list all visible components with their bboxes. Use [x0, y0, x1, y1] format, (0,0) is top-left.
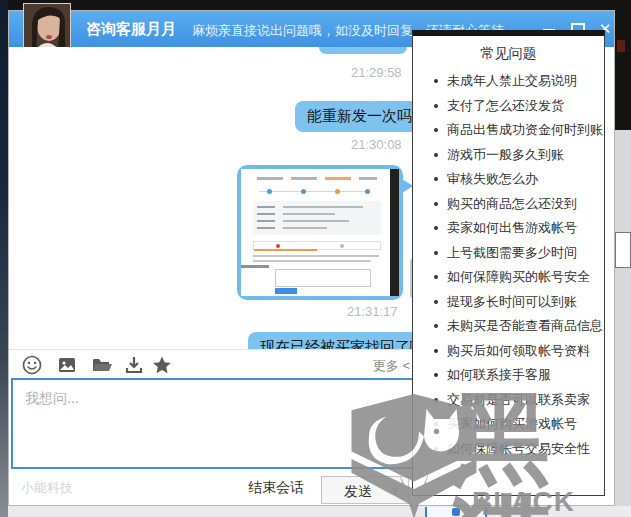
- bullet-icon: [434, 300, 438, 304]
- message-bubble-partial: [319, 47, 407, 54]
- timestamp: 21:29:58: [351, 65, 402, 80]
- faq-item-label: 买家如何购买游戏帐号: [447, 415, 577, 433]
- faq-item[interactable]: 如何保障购买的帐号安全: [434, 265, 603, 290]
- faq-item[interactable]: 如何联系接手客服: [434, 363, 603, 388]
- bullet-icon: [434, 79, 438, 83]
- faq-item[interactable]: 买家如何购买游戏帐号: [434, 412, 603, 437]
- thumb-log-date: [257, 213, 275, 215]
- faq-item-label: 审核失败怎么办: [447, 170, 538, 188]
- bullet-icon: [434, 422, 438, 426]
- message-bubble: 能重新发一次吗: [295, 101, 420, 132]
- thumb-step-dot: [301, 189, 306, 194]
- faq-item-label: 如何保障帐号交易安全性: [447, 440, 590, 458]
- faq-item[interactable]: 购买后如何领取帐号资料: [434, 339, 603, 364]
- thumb-paragraph-line: [253, 260, 371, 262]
- page-behind-bottom: [8, 506, 631, 517]
- faq-item[interactable]: 交易前是否可以联系卖家: [434, 388, 603, 413]
- folder-icon[interactable]: [91, 354, 113, 376]
- bullet-icon: [434, 447, 438, 451]
- image-message-bubble[interactable]: [237, 165, 403, 300]
- bullet-icon: [434, 398, 438, 402]
- more-tools-link[interactable]: 更多 <: [373, 357, 410, 375]
- faq-item[interactable]: 审核失败怎么办: [434, 167, 603, 192]
- faq-item[interactable]: 未购买是否能查看商品信息: [434, 314, 603, 339]
- download-icon[interactable]: [123, 354, 145, 376]
- thumb-log-date: [257, 220, 275, 222]
- thumb-log-text: [283, 213, 335, 215]
- faq-item[interactable]: 商品出售成功资金何时到账: [434, 118, 603, 143]
- faq-item[interactable]: 购买的商品怎么还没到: [434, 192, 603, 217]
- screenshot-thumbnail[interactable]: [241, 169, 399, 296]
- thumb-log-date: [257, 227, 275, 229]
- favorite-star-icon[interactable]: [151, 354, 173, 376]
- thumb-submit-button: [275, 288, 297, 294]
- thumb-step-label: [325, 177, 351, 180]
- bullet-icon: [434, 177, 438, 181]
- thumb-step-dot: [365, 189, 370, 194]
- faq-item-label: 提现多长时间可以到账: [447, 293, 577, 311]
- thumb-tab-icon: [340, 244, 344, 248]
- faq-item[interactable]: 卖家如何出售游戏帐号: [434, 216, 603, 241]
- faq-item[interactable]: 支付了怎么还没发货: [434, 94, 603, 119]
- agent-avatar: [23, 3, 71, 51]
- thumb-log-date: [257, 206, 275, 208]
- bullet-icon: [434, 349, 438, 353]
- thumb-log-text: [283, 227, 327, 229]
- faq-item[interactable]: 提现多长时间可以到账: [434, 290, 603, 315]
- desktop-background-left: [0, 0, 8, 517]
- faq-item-label: 购买后如何领取帐号资料: [447, 342, 590, 360]
- thumb-textarea: [275, 269, 371, 287]
- bullet-icon: [434, 373, 438, 377]
- thumb-tab-active: [254, 242, 317, 251]
- faq-item[interactable]: 如何保障帐号交易安全性: [434, 437, 603, 462]
- timestamp: 21:31:17: [347, 304, 398, 319]
- bullet-icon: [434, 226, 438, 230]
- faq-item[interactable]: 上号截图需要多少时间: [434, 241, 603, 266]
- avatar-image: [24, 4, 71, 51]
- message-input[interactable]: [13, 380, 417, 467]
- faq-heading: 常见问题: [413, 45, 604, 63]
- thumb-side-label: [241, 265, 269, 268]
- desktop-background-accent: [617, 40, 625, 52]
- faq-item-label: 上号截图需要多少时间: [447, 244, 577, 262]
- send-label: 发送: [344, 483, 372, 501]
- thumb-step-label: [257, 177, 283, 180]
- thumb-log-text: [283, 220, 349, 222]
- window-title: 咨询客服月月: [86, 20, 176, 39]
- faq-item[interactable]: 未成年人禁止交易说明: [434, 69, 603, 94]
- faq-item-label: 如何保障购买的帐号安全: [447, 268, 590, 286]
- bullet-icon: [434, 128, 438, 132]
- image-icon[interactable]: [56, 354, 78, 376]
- bullet-icon: [434, 153, 438, 157]
- send-button[interactable]: 发送 ▼: [321, 476, 409, 504]
- faq-item-label: 游戏币一般多久到账: [447, 146, 564, 164]
- thumb-tab-icon: [276, 244, 280, 248]
- thumb-paragraph-line: [253, 255, 379, 257]
- bullet-icon: [434, 202, 438, 206]
- faq-item[interactable]: 游戏币一般多久到账: [434, 143, 603, 168]
- bullet-icon: [434, 275, 438, 279]
- desktop-background-right-top: [613, 0, 631, 130]
- faq-list: 未成年人禁止交易说明 支付了怎么还没发货 商品出售成功资金何时到账 游戏币一般多…: [434, 69, 603, 461]
- send-dropdown-caret-icon[interactable]: ▼: [390, 484, 401, 496]
- vendor-brand: 小能科技: [21, 479, 73, 497]
- chat-history[interactable]: 21:29:58 能重新发一次吗 21:30:08: [9, 47, 420, 349]
- thumb-step-dot: [335, 189, 340, 194]
- message-text: 现在已经被买家找回了啊: [260, 338, 420, 349]
- faq-item-label: 交易前是否可以联系卖家: [447, 391, 590, 409]
- bullet-icon: [434, 104, 438, 108]
- page-behind-bottom-dot: [452, 508, 460, 516]
- thumb-tabs: [253, 241, 381, 250]
- faq-item-label: 未成年人禁止交易说明: [447, 72, 577, 90]
- thumb-log-text: [283, 206, 363, 208]
- faq-item-label: 未购买是否能查看商品信息: [447, 317, 603, 335]
- thumb-log-list: [253, 201, 381, 235]
- faq-item-label: 支付了怎么还没发货: [447, 97, 564, 115]
- faq-item-label: 如何联系接手客服: [447, 366, 551, 384]
- emoji-icon[interactable]: [21, 354, 43, 376]
- faq-panel: 常见问题 未成年人禁止交易说明 支付了怎么还没发货 商品出售成功资金何时到账 游…: [412, 30, 605, 496]
- faq-item-label: 卖家如何出售游戏帐号: [447, 219, 577, 237]
- end-session-button[interactable]: 结束会话: [248, 479, 304, 497]
- faq-item-label: 购买的商品怎么还没到: [447, 195, 577, 213]
- message-text: 能重新发一次吗: [307, 107, 412, 124]
